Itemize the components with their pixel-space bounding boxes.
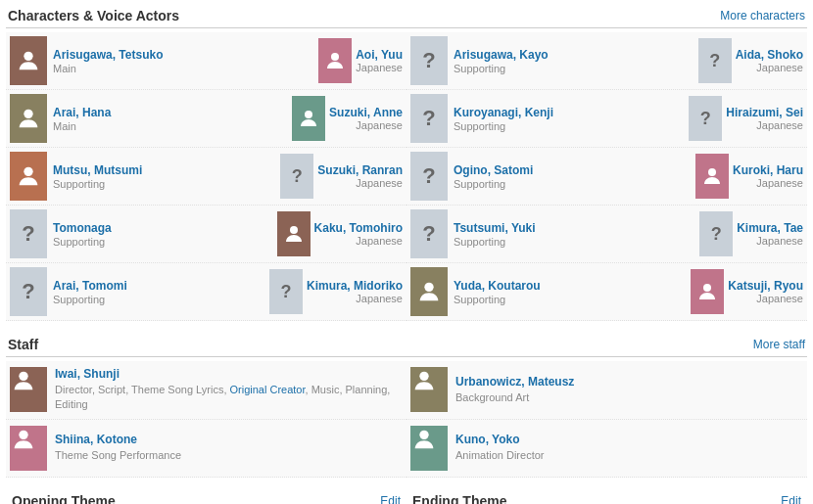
char-name-link[interactable]: Yuda, Koutarou [454,279,541,293]
char-role: Main [53,63,318,74]
voice-avatar: ? [280,154,313,199]
voice-name-link[interactable]: Suzuki, Ranran [317,163,403,177]
char-avatar [10,152,47,201]
voice-text: Kuroki, Haru Japanese [733,163,803,189]
char-role: Main [53,120,292,132]
voice-info: Katsuji, Ryou Japanese [691,269,803,314]
voice-text: Aida, Shoko Japanese [736,48,803,73]
char-avatar [410,267,448,316]
voice-info: Kimura, Midoriko Japanese? [269,269,403,314]
voice-name-link[interactable]: Hiraizumi, Sei [726,106,803,119]
voice-info: Kuroki, Haru Japanese [695,154,803,199]
char-role: Supporting [454,294,691,305]
staff-info: Kuno, Yoko Animation Director [455,433,544,463]
voice-text: Kimura, Tae Japanese [737,221,803,247]
voice-avatar [691,269,724,314]
more-characters-link[interactable]: More characters [720,9,805,23]
char-role: Supporting [454,63,698,74]
char-role: Supporting [53,294,269,305]
voice-avatar [292,96,325,141]
char-name-link[interactable]: Tsutsumi, Yuki [454,221,536,235]
voice-lang: Japanese [317,177,403,189]
char-name-link[interactable]: Tomonaga [53,221,112,235]
ending-theme-header: Ending Theme Edit [412,493,801,504]
char-avatar: ? [410,94,448,143]
staff-avatar [410,367,448,412]
char-info: Kuroyanagi, Kenji Supporting [454,106,689,132]
voice-avatar [318,38,352,83]
char-name-link[interactable]: Arisugawa, Kayo [454,48,549,62]
character-row: Yuda, Koutarou SupportingKatsuji, Ryou J… [406,263,807,321]
voice-info: Aida, Shoko Japanese? [698,38,803,83]
char-info: Arisugawa, Tetsuko Main [53,48,318,74]
voice-name-link[interactable]: Suzuki, Anne [329,106,403,119]
voice-lang: Japanese [329,119,403,131]
staff-name-link[interactable]: Shiina, Kotone [55,433,137,446]
voice-text: Hiraizumi, Sei Japanese [726,106,803,131]
char-name-link[interactable]: Ogino, Satomi [454,163,533,177]
voice-text: Suzuki, Anne Japanese [329,106,403,131]
svg-point-5 [708,168,716,176]
staff-role: Director, Script, Theme Song Lyrics, Ori… [55,383,403,413]
char-name-link[interactable]: Mutsu, Mutsumi [53,163,142,177]
voice-avatar [277,211,311,256]
staff-info: Shiina, Kotone Theme Song Performance [55,433,181,463]
char-avatar [10,94,47,143]
voice-name-link[interactable]: Kimura, Tae [737,221,803,235]
voice-lang: Japanese [307,293,403,304]
more-staff-link[interactable]: More staff [753,338,805,351]
char-name-link[interactable]: Kuroyanagi, Kenji [454,106,553,119]
svg-point-2 [24,110,32,118]
staff-title: Staff [8,337,38,352]
voice-lang: Japanese [736,62,803,73]
voice-name-link[interactable]: Kaku, Tomohiro [314,221,403,235]
voice-text: Kaku, Tomohiro Japanese [314,221,403,247]
svg-point-9 [19,372,27,381]
char-name-link[interactable]: Arisugawa, Tetsuko [53,48,163,62]
voice-name-link[interactable]: Kuroki, Haru [733,163,803,177]
svg-point-7 [424,283,433,292]
staff-avatar [410,426,448,471]
staff-info: Urbanowicz, Mateusz Background Art [455,375,574,405]
staff-name-link[interactable]: Urbanowicz, Mateusz [455,375,574,389]
voice-name-link[interactable]: Katsuji, Ryou [728,279,803,293]
voice-name-link[interactable]: Aida, Shoko [736,48,803,62]
voice-info: Aoi, Yuu Japanese [318,38,403,83]
char-info: Ogino, Satomi Supporting [454,163,695,190]
voice-lang: Japanese [314,235,403,247]
voice-name-link[interactable]: Aoi, Yuu [356,48,403,62]
svg-point-12 [419,430,428,438]
voice-lang: Japanese [356,62,403,73]
characters-title: Characters & Voice Actors [8,8,179,23]
staff-row: Shiina, Kotone Theme Song Performance [6,420,406,478]
voice-info: Hiraizumi, Sei Japanese? [689,96,803,141]
staff-name-link[interactable]: Iwai, Shunji [55,367,120,381]
char-name-link[interactable]: Arai, Tomomi [53,279,127,293]
char-avatar: ? [410,36,448,85]
opening-theme-edit-link[interactable]: Edit [380,494,401,504]
ending-theme-edit-link[interactable]: Edit [781,494,801,504]
staff-role: Background Art [455,390,574,405]
char-info: Yuda, Koutarou Supporting [454,279,691,305]
staff-name-link[interactable]: Kuno, Yoko [455,433,520,446]
char-info: Arai, Hana Main [53,106,292,132]
staff-role: Theme Song Performance [55,448,181,463]
char-role: Supporting [454,236,699,248]
staff-role-link[interactable]: Original Creator [230,384,306,395]
char-name-link[interactable]: Arai, Hana [53,106,111,119]
voice-lang: Japanese [728,293,803,304]
character-row: ?Tsutsumi, Yuki SupportingKimura, Tae Ja… [406,206,807,263]
svg-point-11 [19,430,27,438]
opening-theme-title: Opening Theme [12,493,116,504]
character-row: ?Tomonaga SupportingKaku, Tomohiro Japan… [6,206,406,263]
char-info: Mutsu, Mutsumi Supporting [53,163,280,190]
voice-lang: Japanese [737,235,803,247]
ending-theme-title: Ending Theme [412,493,506,504]
svg-point-3 [305,111,312,118]
character-row: Arisugawa, Tetsuko MainAoi, Yuu Japanese [6,32,406,90]
staff-row: Urbanowicz, Mateusz Background Art [406,361,807,420]
voice-name-link[interactable]: Kimura, Midoriko [307,279,403,293]
character-row: Mutsu, Mutsumi SupportingSuzuki, Ranran … [6,148,406,206]
character-row: Arai, Hana MainSuzuki, Anne Japanese [6,90,406,148]
staff-info: Iwai, Shunji Director, Script, Theme Son… [55,367,403,413]
